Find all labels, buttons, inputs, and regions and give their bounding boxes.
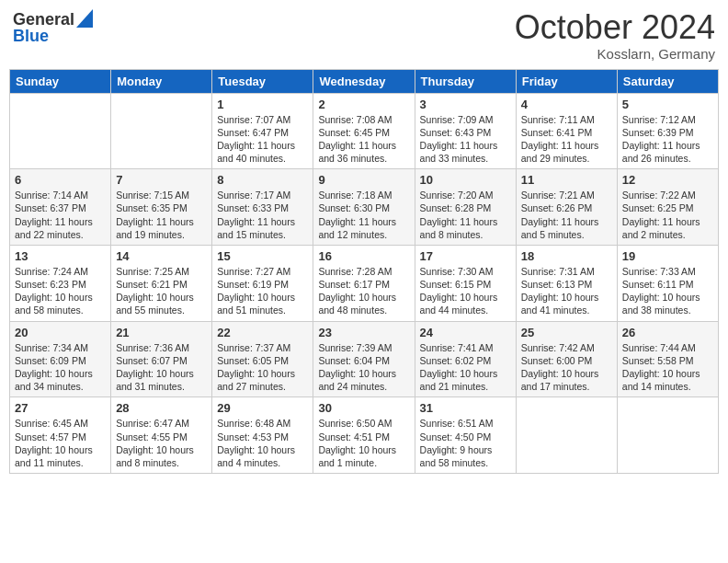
day-info: Sunrise: 7:07 AM Sunset: 6:47 PM Dayligh…: [217, 113, 308, 166]
svg-marker-0: [76, 9, 93, 28]
calendar-cell: 26Sunrise: 7:44 AM Sunset: 5:58 PM Dayli…: [617, 321, 718, 397]
day-info: Sunrise: 7:25 AM Sunset: 6:21 PM Dayligh…: [116, 265, 207, 317]
day-info: Sunrise: 7:21 AM Sunset: 6:26 PM Dayligh…: [521, 189, 612, 241]
calendar-cell: 22Sunrise: 7:37 AM Sunset: 6:05 PM Dayli…: [212, 321, 313, 397]
day-number: 1: [217, 98, 308, 111]
day-info: Sunrise: 7:44 AM Sunset: 5:58 PM Dayligh…: [622, 341, 713, 394]
day-number: 25: [521, 326, 612, 339]
calendar-header-row: SundayMondayTuesdayWednesdayThursdayFrid…: [10, 69, 719, 93]
day-info: Sunrise: 7:12 AM Sunset: 6:39 PM Dayligh…: [622, 113, 713, 166]
calendar-cell: 3Sunrise: 7:09 AM Sunset: 6:43 PM Daylig…: [415, 93, 516, 169]
day-info: Sunrise: 7:37 AM Sunset: 6:05 PM Dayligh…: [217, 341, 308, 394]
day-info: Sunrise: 7:27 AM Sunset: 6:19 PM Dayligh…: [217, 265, 308, 317]
day-number: 28: [116, 401, 207, 415]
day-info: Sunrise: 7:31 AM Sunset: 6:13 PM Dayligh…: [521, 265, 612, 317]
calendar-cell: [111, 93, 212, 169]
calendar-table: SundayMondayTuesdayWednesdayThursdayFrid…: [9, 69, 719, 474]
title-section: October 2024 Kosslarn, Germany: [515, 9, 715, 62]
calendar-week-row: 13Sunrise: 7:24 AM Sunset: 6:23 PM Dayli…: [10, 245, 719, 321]
day-info: Sunrise: 7:11 AM Sunset: 6:41 PM Dayligh…: [521, 113, 612, 166]
calendar-cell: 4Sunrise: 7:11 AM Sunset: 6:41 PM Daylig…: [516, 93, 617, 169]
calendar-cell: 20Sunrise: 7:34 AM Sunset: 6:09 PM Dayli…: [10, 321, 111, 397]
day-info: Sunrise: 7:17 AM Sunset: 6:33 PM Dayligh…: [217, 189, 308, 241]
day-number: 20: [15, 326, 106, 339]
day-info: Sunrise: 7:39 AM Sunset: 6:04 PM Dayligh…: [318, 341, 409, 394]
day-info: Sunrise: 6:51 AM Sunset: 4:50 PM Dayligh…: [420, 417, 511, 469]
calendar-cell: 19Sunrise: 7:33 AM Sunset: 6:11 PM Dayli…: [617, 245, 718, 321]
day-number: 2: [318, 98, 409, 111]
location-subtitle: Kosslarn, Germany: [515, 46, 715, 62]
calendar-cell: 29Sunrise: 6:48 AM Sunset: 4:53 PM Dayli…: [212, 397, 313, 474]
day-of-week-header: Sunday: [10, 69, 111, 93]
day-number: 13: [15, 249, 106, 263]
calendar-week-row: 6Sunrise: 7:14 AM Sunset: 6:37 PM Daylig…: [10, 169, 719, 246]
day-number: 8: [217, 173, 308, 187]
calendar-cell: 16Sunrise: 7:28 AM Sunset: 6:17 PM Dayli…: [313, 245, 415, 321]
day-info: Sunrise: 7:09 AM Sunset: 6:43 PM Dayligh…: [420, 113, 511, 166]
day-number: 27: [15, 401, 106, 415]
calendar-cell: 14Sunrise: 7:25 AM Sunset: 6:21 PM Dayli…: [111, 245, 212, 321]
day-number: 10: [420, 173, 511, 187]
calendar-week-row: 1Sunrise: 7:07 AM Sunset: 6:47 PM Daylig…: [10, 93, 719, 169]
calendar-cell: 30Sunrise: 6:50 AM Sunset: 4:51 PM Dayli…: [313, 397, 415, 474]
logo-icon: [76, 9, 93, 28]
calendar-cell: [617, 397, 718, 474]
day-number: 24: [420, 326, 511, 339]
day-number: 7: [116, 173, 207, 187]
calendar-cell: 7Sunrise: 7:15 AM Sunset: 6:35 PM Daylig…: [111, 169, 212, 246]
day-info: Sunrise: 7:08 AM Sunset: 6:45 PM Dayligh…: [318, 113, 409, 166]
calendar-cell: 9Sunrise: 7:18 AM Sunset: 6:30 PM Daylig…: [313, 169, 415, 246]
day-number: 14: [116, 249, 207, 263]
day-number: 29: [217, 401, 308, 415]
calendar-cell: 28Sunrise: 6:47 AM Sunset: 4:55 PM Dayli…: [111, 397, 212, 474]
calendar-cell: 10Sunrise: 7:20 AM Sunset: 6:28 PM Dayli…: [415, 169, 516, 246]
day-info: Sunrise: 7:30 AM Sunset: 6:15 PM Dayligh…: [420, 265, 511, 317]
calendar-cell: 6Sunrise: 7:14 AM Sunset: 6:37 PM Daylig…: [10, 169, 111, 246]
month-title: October 2024: [515, 9, 715, 46]
day-of-week-header: Saturday: [617, 69, 718, 93]
calendar-cell: 15Sunrise: 7:27 AM Sunset: 6:19 PM Dayli…: [212, 245, 313, 321]
calendar-cell: 27Sunrise: 6:45 AM Sunset: 4:57 PM Dayli…: [10, 397, 111, 474]
calendar-cell: 2Sunrise: 7:08 AM Sunset: 6:45 PM Daylig…: [313, 93, 415, 169]
day-number: 26: [622, 326, 713, 339]
day-info: Sunrise: 7:14 AM Sunset: 6:37 PM Dayligh…: [15, 189, 106, 241]
day-info: Sunrise: 7:33 AM Sunset: 6:11 PM Dayligh…: [622, 265, 713, 317]
day-number: 17: [420, 249, 511, 263]
calendar-cell: [10, 93, 111, 169]
calendar-week-row: 27Sunrise: 6:45 AM Sunset: 4:57 PM Dayli…: [10, 397, 719, 474]
day-number: 5: [622, 98, 713, 111]
day-of-week-header: Wednesday: [313, 69, 415, 93]
logo: General Blue: [13, 9, 93, 44]
day-number: 23: [318, 326, 409, 339]
logo-general: General: [13, 11, 74, 28]
day-number: 6: [15, 173, 106, 187]
day-info: Sunrise: 7:28 AM Sunset: 6:17 PM Dayligh…: [318, 265, 409, 317]
day-info: Sunrise: 7:42 AM Sunset: 6:00 PM Dayligh…: [521, 341, 612, 394]
day-of-week-header: Monday: [111, 69, 212, 93]
logo-blue: Blue: [13, 28, 93, 44]
day-info: Sunrise: 7:20 AM Sunset: 6:28 PM Dayligh…: [420, 189, 511, 241]
day-number: 9: [318, 173, 409, 187]
day-number: 15: [217, 249, 308, 263]
day-info: Sunrise: 7:34 AM Sunset: 6:09 PM Dayligh…: [15, 341, 106, 394]
day-number: 31: [420, 401, 511, 415]
day-number: 3: [420, 98, 511, 111]
calendar-cell: 17Sunrise: 7:30 AM Sunset: 6:15 PM Dayli…: [415, 245, 516, 321]
day-of-week-header: Tuesday: [212, 69, 313, 93]
day-info: Sunrise: 7:15 AM Sunset: 6:35 PM Dayligh…: [116, 189, 207, 241]
day-number: 11: [521, 173, 612, 187]
day-number: 18: [521, 249, 612, 263]
calendar-cell: 13Sunrise: 7:24 AM Sunset: 6:23 PM Dayli…: [10, 245, 111, 321]
calendar-cell: 8Sunrise: 7:17 AM Sunset: 6:33 PM Daylig…: [212, 169, 313, 246]
calendar-cell: 31Sunrise: 6:51 AM Sunset: 4:50 PM Dayli…: [415, 397, 516, 474]
day-info: Sunrise: 7:41 AM Sunset: 6:02 PM Dayligh…: [420, 341, 511, 394]
day-number: 16: [318, 249, 409, 263]
page-header: General Blue October 2024 Kosslarn, Germ…: [9, 9, 719, 62]
day-info: Sunrise: 6:47 AM Sunset: 4:55 PM Dayligh…: [116, 417, 207, 469]
calendar-week-row: 20Sunrise: 7:34 AM Sunset: 6:09 PM Dayli…: [10, 321, 719, 397]
day-number: 21: [116, 326, 207, 339]
day-number: 30: [318, 401, 409, 415]
day-info: Sunrise: 6:45 AM Sunset: 4:57 PM Dayligh…: [15, 417, 106, 469]
day-info: Sunrise: 6:50 AM Sunset: 4:51 PM Dayligh…: [318, 417, 409, 469]
day-info: Sunrise: 7:24 AM Sunset: 6:23 PM Dayligh…: [15, 265, 106, 317]
